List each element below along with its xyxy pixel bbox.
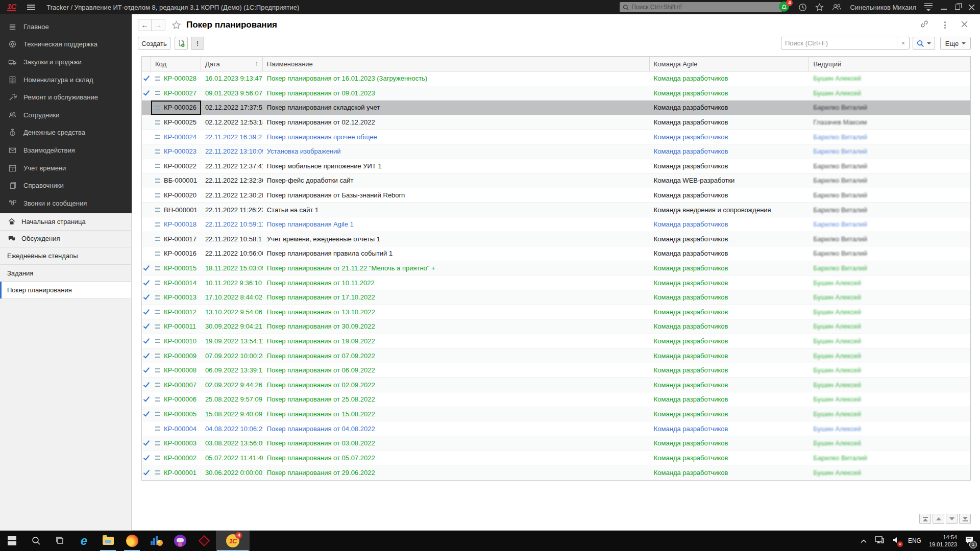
tab-discussions[interactable]: Обсуждения xyxy=(0,231,131,248)
row-team-cell[interactable]: Команда разработчиков xyxy=(650,450,810,465)
row-code-cell[interactable]: КР-000009 xyxy=(151,348,201,363)
purple-app-button[interactable] xyxy=(168,531,192,551)
row-date-cell[interactable]: 19.09.2022 13:54:11 xyxy=(201,334,263,348)
row-code-cell[interactable]: КР-000013 xyxy=(151,290,201,305)
window-minimize-icon[interactable] xyxy=(941,9,947,10)
row-code-cell[interactable]: КР-000014 xyxy=(151,276,201,290)
tab-planning-poker[interactable]: Покер планирования xyxy=(0,282,131,299)
row-name-cell[interactable]: Покер планирования от 21.11.22 "Мелочь а… xyxy=(263,261,650,276)
row-lead-cell[interactable]: Барилко Виталий xyxy=(809,450,970,465)
row-lead-cell[interactable]: Бушин Алексей xyxy=(809,305,970,319)
row-lead-cell[interactable]: Бушин Алексей xyxy=(809,436,970,450)
row-code-cell[interactable]: КР-000024 xyxy=(151,130,201,144)
favorites-star-icon[interactable] xyxy=(815,3,824,12)
go-next-button[interactable] xyxy=(946,514,958,524)
row-team-cell[interactable]: Команда разработчиков xyxy=(650,159,810,173)
row-team-cell[interactable]: Команда разработчиков xyxy=(650,115,810,130)
row-team-cell[interactable]: Команда разработчиков xyxy=(650,363,810,378)
start-button[interactable] xyxy=(0,531,24,551)
column-header-team[interactable]: Команда Agile xyxy=(650,57,810,71)
forward-button[interactable]: → xyxy=(152,19,165,31)
row-code-cell[interactable]: КР-000006 xyxy=(151,392,201,407)
row-name-cell[interactable]: Покер планирования от 05.07.2022 xyxy=(263,450,650,465)
list-search-input[interactable] xyxy=(781,37,897,49)
row-name-cell[interactable]: Покер планирования прочее общее xyxy=(263,130,650,144)
sidebar-item-time-tracking[interactable]: 7 Учет времени xyxy=(0,159,132,177)
row-name-cell[interactable]: Покер планирования от 03.08.2022 xyxy=(263,436,650,450)
row-lead-cell[interactable]: Барилко Виталий xyxy=(809,203,970,217)
notifications-icon[interactable]: 4 xyxy=(779,2,790,13)
more-menu-dots-icon[interactable] xyxy=(944,21,946,29)
row-code-cell[interactable]: КР-000022 xyxy=(151,159,201,173)
row-team-cell[interactable]: Команда разработчиков xyxy=(650,130,810,144)
row-date-cell[interactable]: 05.07.2022 11:41:40 xyxy=(201,450,263,465)
row-code-cell[interactable]: КР-000007 xyxy=(151,378,201,392)
add-favorite-star-icon[interactable] xyxy=(172,20,181,30)
volume-muted-icon[interactable]: × xyxy=(892,536,900,546)
row-name-cell[interactable]: Покер планирования от 19.09.2022 xyxy=(263,334,650,348)
row-team-cell[interactable]: Команда разработчиков xyxy=(650,407,810,421)
row-lead-cell[interactable]: Бушин Алексей xyxy=(809,407,970,421)
row-lead-cell[interactable]: Барилко Виталий xyxy=(809,246,970,261)
row-code-cell[interactable]: КР-000010 xyxy=(151,334,201,348)
go-first-button[interactable] xyxy=(919,514,931,524)
row-date-cell[interactable]: 18.11.2022 15:03:09 xyxy=(201,261,263,276)
table-row[interactable]: КР-000003 03.08.2022 13:56:09 Покер план… xyxy=(142,436,970,451)
sidebar-item-main[interactable]: Главное xyxy=(0,18,132,36)
create-button[interactable]: Создать xyxy=(138,37,170,50)
row-lead-cell[interactable]: Бушин Алексей xyxy=(809,421,970,436)
current-user-name[interactable]: Синельников Михаил xyxy=(850,4,916,11)
row-lead-cell[interactable]: Бушин Алексей xyxy=(809,348,970,363)
service-menu-icon[interactable] xyxy=(924,3,933,12)
row-name-cell[interactable]: Покер планирования от 13.10.2022 xyxy=(263,305,650,319)
row-lead-cell[interactable]: Бушин Алексей xyxy=(809,290,970,305)
table-row[interactable]: КР-000020 22.11.2022 12:30:28 Покер план… xyxy=(142,188,970,203)
users-icon[interactable] xyxy=(832,3,842,11)
row-date-cell[interactable]: 02.12.2022 17:37:51 xyxy=(201,101,263,115)
row-code-cell[interactable]: КР-000003 xyxy=(151,436,201,450)
row-name-cell[interactable]: Покер планирования от Базы-знаний Reborn xyxy=(263,188,650,203)
row-date-cell[interactable]: 22.11.2022 12:37:41 xyxy=(201,159,263,173)
tray-chevron-icon[interactable] xyxy=(861,536,867,545)
table-row[interactable]: КР-000002 05.07.2022 11:41:40 Покер план… xyxy=(142,450,970,465)
row-team-cell[interactable]: Команда разработчиков xyxy=(650,188,810,203)
row-name-cell[interactable]: Установка изображений xyxy=(263,144,650,159)
table-row[interactable]: КР-000026 02.12.2022 17:37:51 Покер план… xyxy=(142,101,970,115)
set-importance-button[interactable]: ! xyxy=(191,37,204,50)
row-lead-cell[interactable]: Бушин Алексей xyxy=(809,334,970,348)
row-name-cell[interactable]: Учет времени, ежедневные отчеты 1 xyxy=(263,232,650,246)
row-team-cell[interactable]: Команда разработчиков xyxy=(650,465,810,480)
table-row[interactable]: ВБ-000001 22.11.2022 12:32:36 Покер-фейс… xyxy=(142,173,970,188)
sidebar-item-maintenance[interactable]: Ремонт и обслуживание xyxy=(0,88,132,106)
table-row[interactable]: ВН-000001 22.11.2022 11:26:22 Статьи на … xyxy=(142,203,970,217)
go-last-button[interactable] xyxy=(959,514,971,524)
table-row[interactable]: КР-000023 22.11.2022 13:10:09 Установка … xyxy=(142,144,970,159)
clear-search-icon[interactable]: × xyxy=(897,37,909,49)
get-link-icon[interactable] xyxy=(920,19,929,31)
table-row[interactable]: КР-000007 02.09.2022 9:44:26 Покер плани… xyxy=(142,378,970,392)
row-lead-cell[interactable]: Барилко Виталий xyxy=(809,159,970,173)
copy-document-button[interactable] xyxy=(175,37,188,50)
row-lead-cell[interactable]: Бушин Алексей xyxy=(809,465,970,480)
global-search-input[interactable] xyxy=(631,4,779,11)
window-close-icon[interactable] xyxy=(968,4,975,11)
row-name-cell[interactable]: Покер планирования от 02.09.2022 xyxy=(263,378,650,392)
row-lead-cell[interactable]: Бушин Алексей xyxy=(809,363,970,378)
table-row[interactable]: КР-000015 18.11.2022 15:03:09 Покер план… xyxy=(142,261,970,276)
row-code-cell[interactable]: КР-000026 xyxy=(151,101,201,115)
sidebar-item-calls[interactable]: Звонки и сообщения xyxy=(0,194,132,212)
row-team-cell[interactable]: Команда разработчиков xyxy=(650,378,810,392)
row-lead-cell[interactable]: Барилко Виталий xyxy=(809,217,970,232)
row-name-cell[interactable]: Покер планирования от 10.11.2022 xyxy=(263,276,650,290)
language-indicator[interactable]: ENG xyxy=(908,537,921,544)
row-code-cell[interactable]: КР-000023 xyxy=(151,144,201,159)
global-search[interactable] xyxy=(620,2,782,12)
table-row[interactable]: КР-000027 09.01.2023 9:56:07 Покер плани… xyxy=(142,86,970,101)
column-header-mark[interactable] xyxy=(142,57,151,71)
window-restore-icon[interactable] xyxy=(955,5,960,10)
row-team-cell[interactable]: Команда разработчиков xyxy=(650,305,810,319)
back-button[interactable]: ← xyxy=(138,19,152,31)
row-name-cell[interactable]: Покер планирования от 15.08.2022 xyxy=(263,407,650,421)
column-header-lead[interactable]: Ведущий xyxy=(809,57,970,71)
row-lead-cell[interactable]: Барилко Виталий xyxy=(809,144,970,159)
